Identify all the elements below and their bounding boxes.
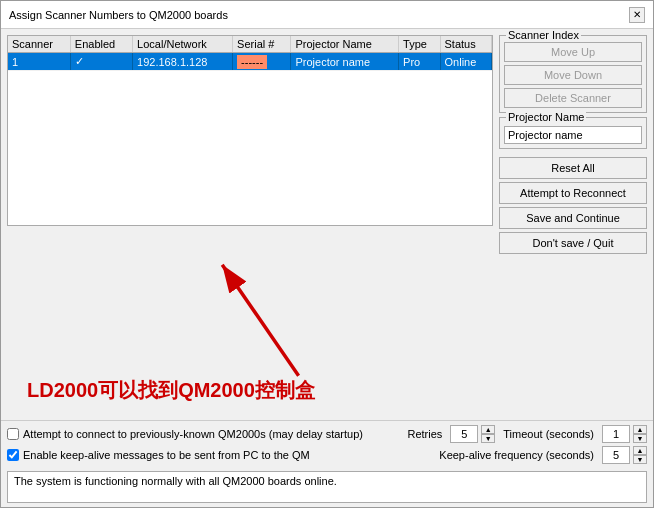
delete-scanner-button[interactable]: Delete Scanner	[504, 88, 642, 108]
retries-down-btn[interactable]: ▼	[481, 434, 495, 443]
window-title: Assign Scanner Numbers to QM2000 boards	[9, 9, 228, 21]
retries-spinner: ▲ ▼	[450, 425, 495, 443]
scanner-index-title: Scanner Index	[506, 29, 581, 41]
cell-serial: ------	[233, 53, 291, 71]
projector-name-group-title: Projector Name	[506, 111, 586, 123]
col-projector-name: Projector Name	[291, 36, 399, 53]
table-header-row: Scanner Enabled Local/Network Serial # P…	[8, 36, 492, 53]
keepalive-freq-down-btn[interactable]: ▼	[633, 455, 647, 464]
move-down-button[interactable]: Move Down	[504, 65, 642, 85]
scanner-table-container: Scanner Enabled Local/Network Serial # P…	[7, 35, 493, 226]
keepalive-freq-spinner-btns: ▲ ▼	[633, 446, 647, 464]
scanner-index-group: Scanner Index Move Up Move Down Delete S…	[499, 35, 647, 113]
timeout-spinner-btns: ▲ ▼	[633, 425, 647, 443]
col-enabled: Enabled	[70, 36, 132, 53]
title-bar: Assign Scanner Numbers to QM2000 boards …	[1, 1, 653, 29]
bottom-options: Attempt to connect to previously-known Q…	[1, 420, 653, 471]
option-row-attempt: Attempt to connect to previously-known Q…	[7, 425, 647, 443]
retries-spinner-btns: ▲ ▼	[481, 425, 495, 443]
col-local-network: Local/Network	[133, 36, 233, 53]
status-message: The system is functioning normally with …	[14, 475, 337, 487]
cell-enabled: ✓	[70, 53, 132, 71]
projector-name-group: Projector Name	[499, 117, 647, 149]
action-buttons: Reset All Attempt to Reconnect Save and …	[499, 157, 647, 254]
save-continue-button[interactable]: Save and Continue	[499, 207, 647, 229]
keep-alive-checkbox[interactable]	[7, 449, 19, 461]
svg-line-1	[222, 264, 298, 375]
col-status: Status	[440, 36, 491, 53]
scanner-table: Scanner Enabled Local/Network Serial # P…	[8, 36, 492, 71]
move-up-button[interactable]: Move Up	[504, 42, 642, 62]
timeout-input[interactable]	[602, 425, 630, 443]
cell-scanner: 1	[8, 53, 70, 71]
left-panel: Scanner Enabled Local/Network Serial # P…	[7, 35, 493, 414]
cell-projector-name: Projector name	[291, 53, 399, 71]
annotation-area: LD2000可以找到QM2000控制盒	[7, 226, 493, 415]
col-type: Type	[399, 36, 440, 53]
timeout-label: Timeout (seconds)	[503, 428, 594, 440]
col-serial: Serial #	[233, 36, 291, 53]
status-bar: The system is functioning normally with …	[7, 471, 647, 503]
main-content: Scanner Enabled Local/Network Serial # P…	[1, 29, 653, 420]
retries-label: Retries	[407, 428, 442, 440]
retries-control: Retries ▲ ▼ Timeout (seconds) ▲ ▼	[407, 425, 647, 443]
reset-all-button[interactable]: Reset All	[499, 157, 647, 179]
timeout-up-btn[interactable]: ▲	[633, 425, 647, 434]
cell-status: Online	[440, 53, 491, 71]
dont-save-quit-button[interactable]: Don't save / Quit	[499, 232, 647, 254]
attempt-connect-label: Attempt to connect to previously-known Q…	[23, 428, 363, 440]
attempt-reconnect-button[interactable]: Attempt to Reconnect	[499, 182, 647, 204]
attempt-connect-checkbox[interactable]	[7, 428, 19, 440]
keepalive-freq-label: Keep-alive frequency (seconds)	[439, 449, 594, 461]
timeout-down-btn[interactable]: ▼	[633, 434, 647, 443]
keepalive-freq-up-btn[interactable]: ▲	[633, 446, 647, 455]
keepalive-freq-input[interactable]	[602, 446, 630, 464]
cell-local-network: 192.168.1.128	[133, 53, 233, 71]
projector-name-input[interactable]	[504, 126, 642, 144]
keep-alive-label: Enable keep-alive messages to be sent fr…	[23, 449, 310, 461]
cell-type: Pro	[399, 53, 440, 71]
keepalive-freq-control: Keep-alive frequency (seconds) ▲ ▼	[439, 446, 647, 464]
table-row[interactable]: 1 ✓ 192.168.1.128 ------ Projector name …	[8, 53, 492, 71]
retries-up-btn[interactable]: ▲	[481, 425, 495, 434]
col-scanner: Scanner	[8, 36, 70, 53]
main-window: Assign Scanner Numbers to QM2000 boards …	[0, 0, 654, 508]
right-panel: Scanner Index Move Up Move Down Delete S…	[499, 35, 647, 414]
annotation-text: LD2000可以找到QM2000控制盒	[27, 377, 315, 404]
option-row-keepalive: Enable keep-alive messages to be sent fr…	[7, 446, 647, 464]
keepalive-freq-spinner: ▲ ▼	[602, 446, 647, 464]
retries-input[interactable]	[450, 425, 478, 443]
timeout-spinner: ▲ ▼	[602, 425, 647, 443]
close-button[interactable]: ✕	[629, 7, 645, 23]
